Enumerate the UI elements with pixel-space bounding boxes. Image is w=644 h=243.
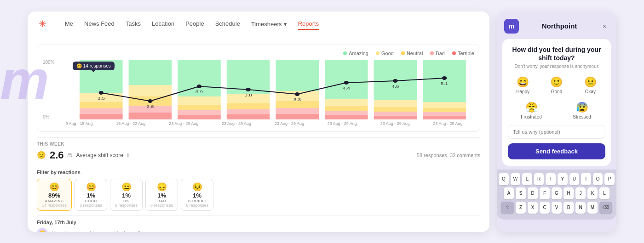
emoji-happy[interactable]: 😄 Happy <box>508 74 538 96</box>
svg-rect-14 <box>178 115 221 119</box>
mobile-app-icon: m <box>504 19 519 34</box>
svg-rect-19 <box>227 114 270 119</box>
key-s[interactable]: S <box>516 187 526 199</box>
key-q[interactable]: Q <box>499 173 509 185</box>
key-m[interactable]: M <box>587 202 598 214</box>
keyboard-row-2: A S D F G H J K L <box>499 187 615 199</box>
legend-terrible: Terrible <box>452 51 474 56</box>
key-r[interactable]: R <box>534 173 544 185</box>
nav-items: Me News Feed Tasks Location People Sched… <box>65 18 478 30</box>
x-axis: 9 Aug - 15 Aug 16 Aug - 22 Aug 23 Aug - … <box>43 121 474 126</box>
send-feedback-button[interactable]: Send feedback <box>508 143 605 159</box>
emoji-okay[interactable]: 😐 Okay <box>575 74 605 96</box>
key-x[interactable]: X <box>528 202 538 214</box>
key-f[interactable]: F <box>540 187 550 199</box>
good-icon: 🙂 <box>550 76 563 88</box>
svg-rect-36 <box>423 102 466 108</box>
emoji-grid-top: 😄 Happy 🙂 Good 😐 Okay <box>508 74 605 96</box>
bad-pct: 1% <box>157 192 166 199</box>
app-logo[interactable]: ✳ <box>39 18 46 29</box>
ok-count: 6 responses <box>115 203 138 208</box>
nav-schedule[interactable]: Schedule <box>215 18 240 30</box>
chart-tooltip: 😊 14 responses <box>73 62 115 70</box>
mobile-panel: m Northpoint × How did you feel during y… <box>497 11 616 232</box>
key-c[interactable]: C <box>540 202 550 214</box>
svg-rect-35 <box>423 60 466 102</box>
key-p[interactable]: P <box>604 173 615 185</box>
reaction-good[interactable]: 😊 1% GOOD 6 responses <box>75 179 107 211</box>
svg-rect-34 <box>374 116 417 119</box>
close-button[interactable]: × <box>600 22 609 31</box>
key-l[interactable]: L <box>599 187 610 199</box>
svg-point-42 <box>197 85 201 88</box>
key-y[interactable]: Y <box>558 173 568 185</box>
stressed-label: Stressed <box>573 114 591 119</box>
key-u[interactable]: U <box>569 173 580 185</box>
svg-rect-9 <box>129 113 172 119</box>
svg-rect-31 <box>374 100 417 107</box>
svg-point-43 <box>246 88 250 91</box>
reaction-amazing[interactable]: 😊 89% AMAZING 14 responses <box>37 179 72 211</box>
key-e[interactable]: E <box>522 173 532 185</box>
key-d[interactable]: D <box>528 187 538 199</box>
tell-us-input[interactable] <box>508 125 605 139</box>
key-z[interactable]: Z <box>516 202 526 214</box>
chevron-down-icon: ▾ <box>284 21 287 28</box>
key-i[interactable]: I <box>581 173 591 185</box>
bad-count: 6 responses <box>150 203 173 208</box>
key-shift[interactable]: ⇧ <box>501 202 514 214</box>
nav-location[interactable]: Location <box>152 18 174 30</box>
svg-text:2.6: 2.6 <box>146 104 154 108</box>
nav-newsfeed[interactable]: News Feed <box>84 18 115 30</box>
key-t[interactable]: T <box>546 173 556 185</box>
chart-container: Amazing Good Neutral Bad Terrible 100% 0… <box>37 45 480 132</box>
app-panel: ✳ Me News Feed Tasks Location People Sch… <box>28 11 489 232</box>
key-backspace[interactable]: ⌫ <box>599 202 612 214</box>
terrible-pct: 1% <box>193 192 201 199</box>
key-a[interactable]: A <box>504 187 514 199</box>
key-n[interactable]: N <box>575 202 586 214</box>
key-o[interactable]: O <box>593 173 603 185</box>
emoji-stressed[interactable]: 😰 Stressed <box>558 100 605 121</box>
svg-rect-3 <box>80 108 123 114</box>
legend-good: Good <box>376 51 394 56</box>
ok-pct: 1% <box>122 192 131 199</box>
key-v[interactable]: V <box>552 202 562 214</box>
emoji-frustrated[interactable]: 😤 Frustrated <box>508 100 555 121</box>
svg-rect-18 <box>227 109 270 114</box>
x-label-8: 23 Aug - 29 Aug <box>433 121 463 126</box>
good-count: 6 responses <box>80 203 102 208</box>
key-w[interactable]: W <box>511 173 521 185</box>
mobile-question: How did you feel during your shift today… <box>508 45 605 62</box>
nav-reports[interactable]: Reports <box>298 18 319 30</box>
score-label: Average shift score <box>76 152 123 158</box>
reaction-bad[interactable]: 😞 1% BAD 6 responses <box>145 179 178 211</box>
chart-legend: Amazing Good Neutral Bad Terrible <box>43 51 474 56</box>
svg-rect-23 <box>276 108 319 114</box>
nav-me[interactable]: Me <box>65 18 73 30</box>
frustrated-label: Frustrated <box>521 114 542 119</box>
terrible-label: TERRIBLE <box>187 199 207 203</box>
svg-point-46 <box>393 79 397 83</box>
bad-label: BAD <box>157 199 166 203</box>
emoji-good[interactable]: 🙂 Good <box>541 74 571 96</box>
key-b[interactable]: B <box>564 202 574 214</box>
info-icon[interactable]: ℹ <box>127 152 129 158</box>
mobile-header: m Northpoint × <box>502 19 611 34</box>
reaction-terrible[interactable]: 😣 1% TERRIBLE 6 responses <box>181 179 213 211</box>
nav-timesheets[interactable]: Timesheets ▾ <box>251 18 287 30</box>
ok-emoji: 😐 <box>121 182 132 192</box>
key-j[interactable]: J <box>575 187 586 199</box>
filter-label: Filter by reactions <box>37 170 480 175</box>
responses-count: 58 responses, 32 comments <box>417 153 480 158</box>
nav-people[interactable]: People <box>185 18 204 30</box>
key-g[interactable]: G <box>552 187 562 199</box>
nav-tasks[interactable]: Tasks <box>126 18 141 30</box>
svg-rect-12 <box>178 105 221 110</box>
chart-area: 100% 0% <box>43 60 474 119</box>
amazing-label: AMAZING <box>45 199 64 203</box>
reaction-ok[interactable]: 😐 1% OK 6 responses <box>110 179 143 211</box>
key-h[interactable]: H <box>564 187 574 199</box>
x-label-3: 23 Aug - 29 Aug <box>169 121 198 126</box>
key-k[interactable]: K <box>587 187 598 199</box>
